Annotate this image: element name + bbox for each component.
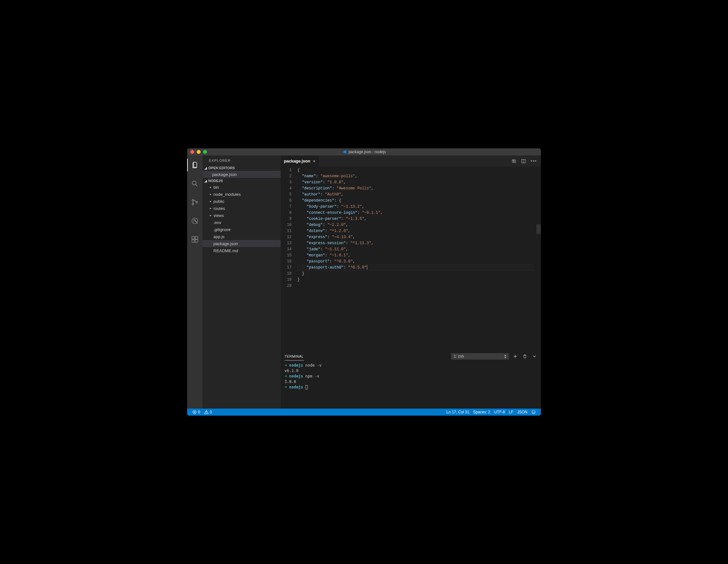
folder-item[interactable]: ▸routes bbox=[203, 205, 281, 212]
smiley-icon bbox=[531, 410, 536, 414]
search-icon bbox=[191, 180, 199, 187]
activity-explorer[interactable] bbox=[187, 159, 203, 171]
terminal-selector-wrap: 1: zsh ▲▼ bbox=[451, 353, 509, 360]
terminal-panel: TERMINAL 1: zsh ▲▼ ➜ nodejs node -vv bbox=[281, 351, 541, 409]
extensions-icon bbox=[191, 236, 199, 243]
activity-scm[interactable] bbox=[187, 196, 203, 209]
terminal-selector[interactable]: 1: zsh bbox=[451, 353, 509, 360]
chevron-down-icon: ◢ bbox=[204, 179, 208, 183]
project-label: NODEJS bbox=[208, 179, 223, 183]
svg-point-0 bbox=[192, 181, 196, 185]
tab-bar: package.json × ••• bbox=[281, 155, 541, 167]
more-icon[interactable]: ••• bbox=[531, 159, 537, 163]
item-name: README.md bbox=[213, 248, 238, 253]
folder-item[interactable]: ▸bin bbox=[203, 184, 281, 191]
chevron-right-icon: ▸ bbox=[208, 193, 213, 196]
status-language[interactable]: JSON bbox=[515, 410, 529, 414]
overview-ruler[interactable] bbox=[536, 167, 541, 351]
activity-search[interactable] bbox=[187, 177, 203, 190]
open-editor-name: package.json bbox=[211, 172, 237, 177]
tab-package-json[interactable]: package.json × bbox=[281, 155, 319, 167]
split-editor-icon[interactable] bbox=[521, 159, 526, 164]
git-icon bbox=[191, 198, 199, 206]
line-number-gutter: 1234567891011121314151617181920 bbox=[281, 167, 297, 351]
panel-tab-terminal[interactable]: TERMINAL bbox=[285, 353, 304, 361]
svg-rect-6 bbox=[192, 236, 194, 239]
svg-point-3 bbox=[196, 202, 198, 203]
project-header[interactable]: ◢ NODEJS bbox=[203, 178, 281, 184]
open-editors-header[interactable]: ◢ OPEN EDITORS bbox=[203, 165, 281, 171]
activity-extensions[interactable] bbox=[187, 233, 203, 246]
window-title-container: package.json - nodejs bbox=[187, 150, 541, 154]
item-name: bin bbox=[213, 185, 219, 190]
file-item[interactable]: app.js bbox=[203, 233, 281, 240]
traffic-lights bbox=[187, 150, 207, 154]
file-item[interactable]: .env bbox=[203, 219, 281, 226]
folder-item[interactable]: ▸public bbox=[203, 198, 281, 205]
item-name: public bbox=[213, 199, 224, 204]
file-item[interactable]: package.json bbox=[203, 240, 281, 247]
item-name: package.json bbox=[213, 241, 238, 246]
status-warnings[interactable]: 0 bbox=[202, 410, 214, 414]
status-encoding[interactable]: UTF-8 bbox=[492, 410, 507, 414]
close-icon[interactable]: × bbox=[313, 159, 315, 164]
compare-icon[interactable] bbox=[511, 159, 517, 164]
status-errors[interactable]: 0 bbox=[190, 410, 202, 414]
files-icon bbox=[191, 161, 199, 169]
item-name: node_modules bbox=[213, 192, 241, 197]
svg-point-1 bbox=[192, 200, 194, 201]
chevron-right-icon: ▸ bbox=[208, 214, 213, 217]
chevron-right-icon: ▸ bbox=[208, 186, 213, 189]
chevron-down-icon[interactable] bbox=[532, 354, 537, 359]
status-bar: 0 0 Ln 17, Col 31 Spaces: 2 UTF-8 LF JSO… bbox=[187, 409, 541, 416]
folder-item[interactable]: ▸node_modules bbox=[203, 191, 281, 198]
svg-rect-8 bbox=[195, 240, 198, 242]
item-name: .env bbox=[213, 220, 221, 225]
activity-bar bbox=[187, 155, 203, 409]
vscode-window: package.json - nodejs EXPLORER bbox=[187, 148, 541, 416]
file-item[interactable]: .gitignore bbox=[203, 226, 281, 233]
titlebar: package.json - nodejs bbox=[187, 148, 541, 155]
panel-titlebar: TERMINAL 1: zsh ▲▼ bbox=[281, 351, 541, 361]
svg-rect-9 bbox=[195, 236, 198, 239]
folder-item[interactable]: ▸views bbox=[203, 212, 281, 219]
editor-area: package.json × ••• 123456789101112131415… bbox=[281, 155, 541, 409]
open-editors-label: OPEN EDITORS bbox=[208, 166, 235, 170]
code-content[interactable]: { "name": "awesome-polls", "version": "1… bbox=[297, 167, 536, 351]
sidebar-title: EXPLORER bbox=[203, 155, 281, 165]
activity-debug[interactable] bbox=[187, 214, 203, 227]
scroll-thumb[interactable] bbox=[536, 224, 541, 234]
status-eol[interactable]: LF bbox=[507, 410, 515, 414]
open-editor-item[interactable]: package.json bbox=[203, 171, 281, 178]
close-button[interactable] bbox=[190, 150, 194, 154]
chevron-right-icon: ▸ bbox=[208, 207, 213, 210]
item-name: routes bbox=[213, 206, 225, 211]
item-name: app.js bbox=[213, 234, 225, 239]
code-editor[interactable]: 1234567891011121314151617181920 { "name"… bbox=[281, 167, 541, 351]
svg-rect-11 bbox=[514, 160, 516, 162]
svg-rect-7 bbox=[192, 240, 194, 242]
explorer-sidebar: EXPLORER ◢ OPEN EDITORS package.json ◢ N… bbox=[203, 155, 281, 409]
debug-icon bbox=[191, 217, 199, 225]
svg-point-2 bbox=[192, 203, 194, 205]
warning-icon bbox=[204, 410, 209, 414]
status-cursor-position[interactable]: Ln 17, Col 31 bbox=[444, 410, 471, 414]
error-icon bbox=[192, 410, 197, 414]
svg-point-14 bbox=[206, 413, 206, 413]
editor-actions: ••• bbox=[511, 155, 541, 167]
new-terminal-icon[interactable] bbox=[513, 354, 518, 359]
chevron-right-icon: ▸ bbox=[208, 200, 213, 203]
item-name: .gitignore bbox=[213, 227, 230, 232]
item-name: views bbox=[213, 213, 224, 218]
status-feedback[interactable] bbox=[529, 410, 538, 414]
svg-point-15 bbox=[532, 411, 535, 414]
maximize-button[interactable] bbox=[203, 150, 207, 154]
status-indent[interactable]: Spaces: 2 bbox=[471, 410, 492, 414]
tab-label: package.json bbox=[284, 159, 310, 163]
file-item[interactable]: README.md bbox=[203, 247, 281, 254]
chevron-down-icon: ◢ bbox=[204, 166, 208, 170]
minimize-button[interactable] bbox=[197, 150, 201, 154]
vscode-icon bbox=[342, 150, 347, 154]
kill-terminal-icon[interactable] bbox=[522, 354, 527, 359]
terminal-content[interactable]: ➜ nodejs node -vv6.1.0➜ nodejs npm -v3.8… bbox=[281, 361, 541, 409]
